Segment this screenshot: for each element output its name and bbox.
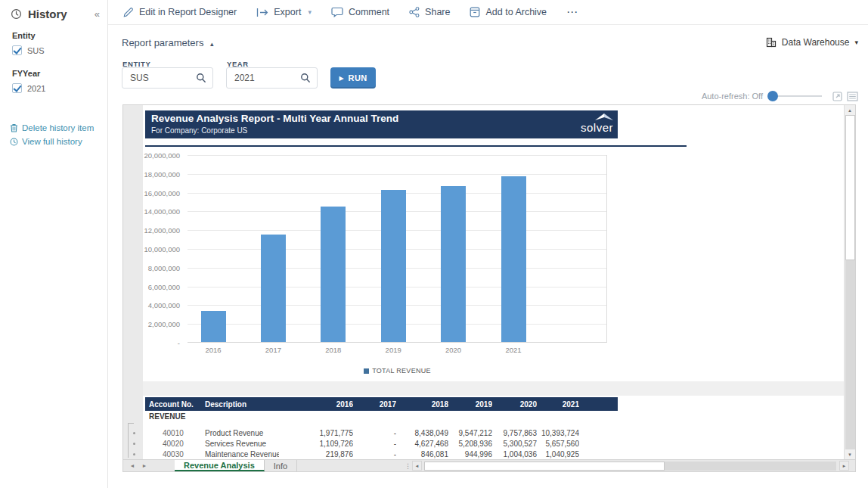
column-header: 2020 xyxy=(492,400,537,409)
history-clock-icon xyxy=(11,8,22,20)
report-parameters-toggle[interactable]: Report parameters ▴ xyxy=(122,37,214,48)
comment-label: Comment xyxy=(349,7,389,17)
data-warehouse-dropdown[interactable]: Data Warehouse ▾ xyxy=(766,37,858,48)
tab-info-label: Info xyxy=(274,462,287,471)
list-icon xyxy=(847,92,858,101)
column-header: 2017 xyxy=(353,400,396,409)
popout-report-button[interactable] xyxy=(832,92,842,101)
hscroll-left-button[interactable]: ◄ xyxy=(412,461,422,471)
table-cell: 1,109,726 xyxy=(279,440,353,448)
sheet-prev-button[interactable]: ◄ xyxy=(126,463,138,468)
add-to-archive-button[interactable]: Add to Archive xyxy=(470,7,547,17)
vertical-scrollbar[interactable]: ▲ ▼ xyxy=(844,105,855,459)
scroll-up-button[interactable]: ▲ xyxy=(845,105,855,115)
view-full-history-link[interactable]: View full history xyxy=(10,137,107,146)
fyyear-checkbox[interactable] xyxy=(12,83,22,93)
table-cell: - xyxy=(353,450,396,458)
history-panel-title: History xyxy=(28,8,95,20)
y-tick-label: 18,000,000 xyxy=(143,170,180,179)
run-button[interactable]: ▶ RUN xyxy=(330,67,376,89)
tab-strip-resizer[interactable]: ⋮ xyxy=(405,460,411,471)
header-divider-rule xyxy=(145,145,687,147)
gridline xyxy=(188,174,606,175)
year-input[interactable]: 2021 xyxy=(226,67,318,89)
table-cell: 9,757,863 xyxy=(492,429,537,437)
entity-option-sus[interactable]: SUS xyxy=(12,45,107,55)
fyyear-group-label: FYYear xyxy=(12,69,107,78)
warehouse-icon xyxy=(766,37,777,48)
edit-in-report-designer-button[interactable]: Edit in Report Designer xyxy=(122,7,237,18)
report-subtitle: For Company: Corporate US xyxy=(151,126,247,135)
legend-label: TOTAL REVENUE xyxy=(372,367,431,375)
gridline xyxy=(188,155,606,156)
revenue-section-label: REVENUE xyxy=(145,411,618,421)
table-cell: 1,971,775 xyxy=(279,429,353,437)
export-icon xyxy=(256,8,268,17)
vertical-scroll-thumb[interactable] xyxy=(845,115,855,260)
auto-refresh-slider-knob[interactable] xyxy=(767,91,778,101)
delete-history-label: Delete history item xyxy=(22,123,94,132)
chart-x-labels: 201620172018201920202021 xyxy=(188,346,607,356)
solver-logo-triangle-icon xyxy=(595,113,613,120)
delete-history-link[interactable]: Delete history item xyxy=(10,123,107,132)
table-cell: - xyxy=(353,440,396,448)
share-button[interactable]: Share xyxy=(409,7,450,17)
run-button-label: RUN xyxy=(349,73,367,82)
tab-revenue-analysis[interactable]: Revenue Analysis xyxy=(175,460,265,471)
trash-icon xyxy=(10,123,18,132)
column-header: Description xyxy=(202,400,279,409)
table-cell: 40010 xyxy=(145,429,202,437)
y-tick-label: 6,000,000 xyxy=(143,283,180,291)
collapse-panel-icon[interactable]: « xyxy=(95,8,100,20)
solver-logo: solver xyxy=(581,112,613,133)
auto-refresh-control: Auto-refresh: Off xyxy=(702,90,858,102)
hscroll-right-button[interactable]: ► xyxy=(839,461,849,471)
sheet-next-button[interactable]: ► xyxy=(138,463,150,468)
popout-icon xyxy=(832,92,842,101)
entity-input[interactable]: SUS xyxy=(122,67,213,89)
horizontal-scroll-track[interactable] xyxy=(424,462,836,471)
x-tick-label: 2018 xyxy=(315,346,352,354)
bar-2018 xyxy=(321,207,346,342)
x-tick-label: 2020 xyxy=(435,346,473,354)
report-parameters-label: Report parameters xyxy=(122,37,203,48)
comment-icon xyxy=(331,7,343,17)
table-cell: Services Revenue xyxy=(202,440,279,448)
table-cell: 9,547,212 xyxy=(448,429,492,437)
year-search-icon[interactable] xyxy=(300,73,311,83)
more-options-button[interactable]: ⋯ xyxy=(566,5,578,19)
history-panel-header: History « xyxy=(0,0,107,28)
table-cell: 1,004,036 xyxy=(492,450,537,458)
parameters-list-button[interactable] xyxy=(847,92,858,101)
column-header: 2018 xyxy=(396,400,448,409)
horizontal-scroll-thumb[interactable] xyxy=(424,462,665,471)
outline-gutter xyxy=(123,105,143,459)
export-label: Export xyxy=(274,7,301,17)
export-button[interactable]: Export ▾ xyxy=(256,7,312,17)
add-to-archive-label: Add to Archive xyxy=(485,7,547,17)
y-tick-label: - xyxy=(143,339,180,347)
app-window: History « Entity SUS FYYear 2021 Delete … xyxy=(0,0,868,488)
x-tick-label: 2019 xyxy=(374,346,412,354)
comment-button[interactable]: Comment xyxy=(331,7,389,17)
report-toolbar: Edit in Report Designer Export ▾ Comment… xyxy=(108,0,868,25)
row-group-dot xyxy=(133,443,135,445)
row-group-bracket xyxy=(128,423,134,458)
spacer-band xyxy=(143,381,845,396)
table-cell: 4,627,468 xyxy=(396,440,448,448)
table-cell: 8,438,049 xyxy=(396,429,448,437)
scroll-down-button[interactable]: ▼ xyxy=(845,449,855,459)
entity-checkbox[interactable] xyxy=(12,45,22,55)
fyyear-option-2021[interactable]: 2021 xyxy=(12,83,107,93)
auto-refresh-slider[interactable] xyxy=(769,95,822,97)
fyyear-checkbox-label: 2021 xyxy=(27,84,45,93)
x-tick-label: 2021 xyxy=(494,346,532,354)
clock-icon xyxy=(10,138,18,146)
entity-search-icon[interactable] xyxy=(196,73,206,83)
table-cell: 944,996 xyxy=(448,450,492,458)
report-viewer: Revenue Analysis Report - Multi Year Ann… xyxy=(122,104,856,460)
column-header: Account No. xyxy=(145,400,202,409)
y-tick-label: 2,000,000 xyxy=(143,320,180,328)
view-full-history-label: View full history xyxy=(22,137,82,146)
tab-info[interactable]: Info xyxy=(265,460,297,471)
